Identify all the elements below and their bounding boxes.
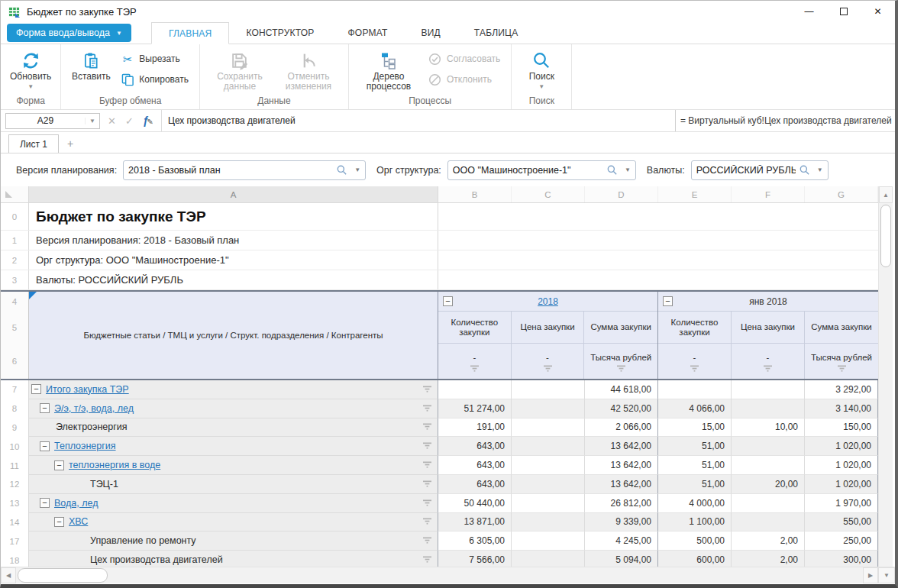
row-label[interactable]: Вода, лед bbox=[54, 498, 98, 509]
ribbon-button-paste[interactable]: Вставить bbox=[67, 48, 115, 82]
cell-D12[interactable]: 13 642,00 bbox=[585, 475, 658, 494]
cell-F14[interactable] bbox=[732, 513, 805, 532]
period-label[interactable]: 2018 bbox=[438, 296, 657, 307]
row-label[interactable]: ХВС bbox=[69, 516, 88, 527]
collapse-icon[interactable]: − bbox=[40, 498, 50, 508]
sheet-tab-list1[interactable]: Лист 1 bbox=[8, 134, 59, 153]
empty-cells[interactable] bbox=[438, 250, 878, 270]
cell-B17[interactable]: 6 305,00 bbox=[438, 531, 512, 551]
ribbon-button-copy[interactable]: Копировать bbox=[116, 72, 193, 87]
cell-C12[interactable] bbox=[512, 475, 585, 494]
cell-A13[interactable]: −Вода, лед bbox=[29, 494, 438, 513]
ribbon-button-search[interactable]: Поиск▼ bbox=[518, 48, 565, 91]
cell-F12[interactable]: 20,00 bbox=[732, 475, 805, 494]
filter-icon[interactable] bbox=[763, 365, 773, 373]
search-icon[interactable] bbox=[606, 164, 618, 176]
filter-icon[interactable] bbox=[470, 365, 480, 373]
cell-F10[interactable] bbox=[732, 437, 805, 456]
cell-F17[interactable]: 2,00 bbox=[732, 531, 805, 551]
filter-icon[interactable] bbox=[422, 480, 432, 488]
cell-B8[interactable]: 51 274,00 bbox=[438, 399, 512, 418]
filter-combo-0[interactable]: 2018 - Базовый план▼ bbox=[123, 160, 366, 180]
cell-name-box[interactable]: A29 ▼ bbox=[5, 113, 100, 129]
dimension-header-cell[interactable]: Бюджетные статьи / ТМЦ и услуги / Структ… bbox=[29, 292, 438, 379]
ribbon-button-save[interactable]: Сохранить данные bbox=[206, 48, 273, 92]
column-header-E[interactable]: E bbox=[658, 186, 732, 202]
close-icon[interactable]: ✕ bbox=[861, 1, 895, 22]
cell-F13[interactable] bbox=[732, 494, 805, 513]
row-header-7[interactable]: 7 bbox=[1, 380, 29, 399]
horizontal-scroll-track[interactable] bbox=[109, 567, 863, 583]
filter-icon[interactable] bbox=[422, 461, 432, 469]
cell-C7[interactable] bbox=[512, 380, 585, 399]
cell-A12[interactable]: ТЭЦ-1 bbox=[29, 475, 438, 494]
cell-E9[interactable]: 15,00 bbox=[658, 418, 732, 438]
cell-B7[interactable] bbox=[438, 380, 512, 399]
cell-A1[interactable]: Версия планирования: 2018 - Базовый план bbox=[29, 231, 438, 250]
cell-D14[interactable]: 9 339,00 bbox=[585, 513, 658, 532]
vertical-scroll-thumb[interactable] bbox=[880, 205, 891, 267]
chevron-down-icon[interactable]: ▼ bbox=[27, 83, 34, 90]
ribbon-button-cut[interactable]: ✂Вырезать bbox=[116, 51, 193, 66]
tab-1[interactable]: КОНСТРУКТОР bbox=[229, 22, 331, 44]
filter-combo-1[interactable]: ООО "Машиностроение-1"▼ bbox=[447, 160, 636, 180]
empty-cells[interactable] bbox=[438, 270, 878, 289]
row-header-8[interactable]: 8 bbox=[1, 399, 29, 418]
formula-input[interactable]: Цех производства двигателей bbox=[161, 110, 675, 131]
filter-icon[interactable] bbox=[616, 365, 626, 373]
empty-cells[interactable] bbox=[438, 231, 878, 250]
filter-icon[interactable] bbox=[422, 556, 432, 564]
filter-icon[interactable] bbox=[422, 386, 432, 393]
cell-D9[interactable]: 2 066,00 bbox=[585, 418, 658, 438]
collapse-icon[interactable]: − bbox=[54, 460, 64, 470]
add-sheet-button[interactable]: + bbox=[59, 134, 82, 153]
cell-D7[interactable]: 44 618,00 bbox=[585, 380, 658, 399]
filter-icon[interactable] bbox=[422, 537, 432, 544]
filter-icon[interactable] bbox=[422, 518, 432, 525]
cell-G13[interactable]: 1 970,00 bbox=[805, 494, 878, 513]
cell-G9[interactable]: 150,00 bbox=[805, 418, 878, 438]
cell-C18[interactable] bbox=[512, 551, 585, 567]
row-header-14[interactable]: 14 bbox=[1, 513, 29, 532]
cell-A7[interactable]: −Итого закупка ТЭР bbox=[29, 380, 438, 399]
cell-A9[interactable]: Электроэнергия bbox=[29, 418, 438, 438]
cell-G17[interactable]: 250,00 bbox=[805, 531, 878, 551]
unit-header-0[interactable]: - bbox=[438, 344, 512, 379]
cell-G14[interactable]: 550,00 bbox=[805, 513, 878, 532]
cell-C8[interactable] bbox=[512, 399, 585, 418]
form-io-button[interactable]: Форма ввода/вывода ▼ bbox=[7, 24, 131, 42]
cell-G10[interactable]: 1 020,00 bbox=[805, 437, 878, 456]
cell-B13[interactable]: 50 440,00 bbox=[438, 494, 512, 513]
cell-C14[interactable] bbox=[512, 513, 585, 532]
cell-A2[interactable]: Орг структура: ООО "Машиностроение-1" bbox=[29, 250, 438, 270]
filter-icon[interactable] bbox=[543, 365, 553, 373]
cell-A10[interactable]: −Теплоэнергия bbox=[29, 437, 438, 456]
cell-E11[interactable]: 51,00 bbox=[658, 456, 732, 475]
cell-D18[interactable]: 5 094,00 bbox=[585, 551, 658, 567]
unit-header-1[interactable]: - bbox=[732, 344, 805, 379]
row-header-2[interactable]: 2 bbox=[1, 250, 29, 270]
horizontal-scrollbar[interactable]: ◀ ▶ ▼ bbox=[1, 567, 895, 583]
filter-icon[interactable] bbox=[422, 423, 432, 431]
collapse-icon[interactable]: − bbox=[31, 384, 41, 394]
empty-cells[interactable] bbox=[438, 203, 878, 230]
row-header-0[interactable]: 0 bbox=[1, 203, 29, 230]
ribbon-button-reject[interactable]: Отклонить bbox=[424, 72, 505, 87]
chevron-down-icon[interactable]: ▼ bbox=[538, 83, 544, 90]
measure-header-1[interactable]: Цена закупки bbox=[512, 312, 585, 343]
unit-header-0[interactable]: - bbox=[658, 344, 732, 379]
cell-B18[interactable]: 7 566,00 bbox=[438, 551, 512, 567]
cell-F18[interactable]: 2,00 bbox=[732, 551, 805, 567]
cell-A17[interactable]: Управление по ремонту bbox=[29, 531, 438, 551]
ribbon-button-tree[interactable]: Дерево процессов bbox=[355, 48, 422, 92]
filter-icon[interactable] bbox=[690, 365, 699, 373]
cell-B12[interactable]: 643,00 bbox=[438, 475, 512, 494]
cell-B14[interactable]: 13 871,00 bbox=[438, 513, 512, 532]
cell-A0[interactable]: Бюджет по закупке ТЭР bbox=[29, 203, 438, 230]
tab-4[interactable]: ТАБЛИЦА bbox=[457, 22, 535, 44]
row-header-10[interactable]: 10 bbox=[1, 437, 29, 456]
row-label[interactable]: Теплоэнергия bbox=[54, 441, 116, 451]
collapse-icon[interactable]: − bbox=[40, 403, 50, 413]
cell-G8[interactable]: 3 140,00 bbox=[805, 399, 878, 418]
cell-E8[interactable]: 4 066,00 bbox=[658, 399, 732, 418]
